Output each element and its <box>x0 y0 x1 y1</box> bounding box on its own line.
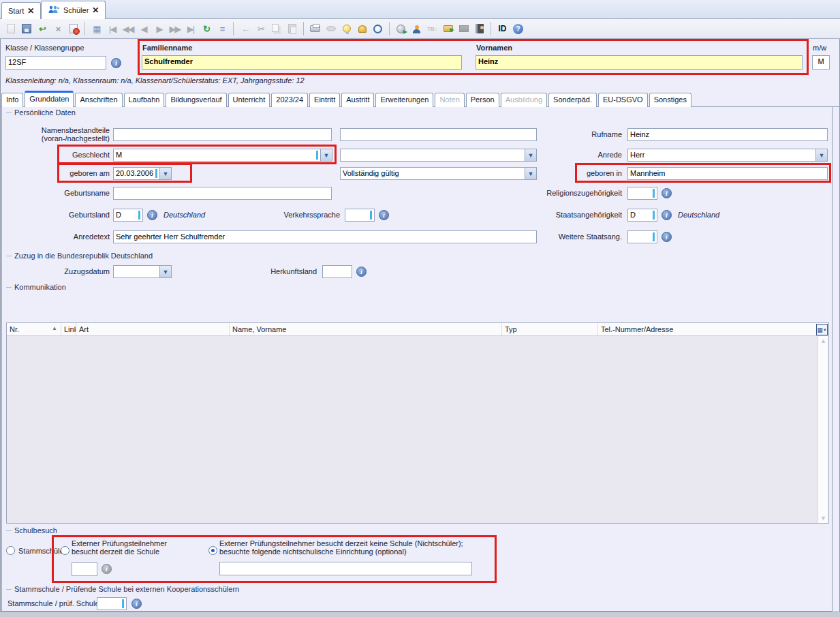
column-header-typ[interactable]: Typ <box>502 323 598 335</box>
info-icon[interactable]: i <box>662 188 672 198</box>
tab-grunddaten[interactable]: Grunddaten <box>25 91 74 107</box>
last-record-icon: ▶| <box>183 21 198 37</box>
staatsangehoerigkeit-field[interactable]: D <box>627 209 657 222</box>
geburtsname-field[interactable] <box>113 187 332 200</box>
folder-export-icon[interactable] <box>440 21 456 37</box>
chevron-down-icon[interactable]: ▼ <box>159 168 171 179</box>
refresh-icon[interactable]: ↻ <box>198 21 214 37</box>
familienname-value: Schulfremder <box>144 57 193 65</box>
undo-icon[interactable]: ↩ <box>34 21 50 37</box>
geburtsname-label: Geburtsname <box>27 189 110 197</box>
tab-sonderpäd-[interactable]: Sonderpäd. <box>548 93 597 107</box>
print-icon[interactable] <box>307 21 323 37</box>
first-record-icon: |◀ <box>104 21 120 37</box>
tab-sonstiges[interactable]: Sonstiges <box>649 93 691 107</box>
radio-nichtschueler-label: Externer Prüfungsteilnehmer besucht derz… <box>219 539 463 556</box>
tab-austritt[interactable]: Austritt <box>341 93 374 107</box>
table-config-button[interactable]: ▦▼ <box>816 324 828 335</box>
first-record-icon-glyph: |◀ <box>109 25 115 33</box>
chevron-down-icon[interactable]: ▼ <box>815 149 827 161</box>
record-list-icon[interactable]: ≡ <box>214 21 230 37</box>
doc-tab-schueler[interactable]: Schüler ✕ <box>41 1 106 19</box>
info-icon[interactable]: i <box>131 599 142 609</box>
stammschule-field[interactable] <box>97 597 127 610</box>
notification-bell-icon[interactable] <box>354 21 370 37</box>
radio-extern-besucht-schule[interactable] <box>61 546 69 555</box>
radio-stammschueler[interactable] <box>6 546 15 555</box>
extern-schule-field[interactable] <box>72 562 97 576</box>
column-header-link[interactable]: Link <box>61 323 76 335</box>
group-title: Persönliche Daten <box>14 108 76 117</box>
tab-eintritt[interactable]: Eintritt <box>309 93 340 107</box>
radio-nichtschueler[interactable] <box>208 546 217 555</box>
column-label: Link <box>64 325 76 335</box>
gueltigkeit-combobox[interactable]: Vollständig gültig ▼ <box>340 167 537 180</box>
verkehrssprache-field[interactable] <box>345 209 375 222</box>
geschlecht-combobox[interactable]: M ▼ <box>113 149 332 162</box>
chevron-down-icon[interactable]: ▼ <box>525 168 536 179</box>
geschlecht-zusatz-combobox[interactable]: ▼ <box>340 149 537 162</box>
tab-person[interactable]: Person <box>466 93 499 107</box>
chevron-down-icon[interactable]: ▼ <box>159 266 171 277</box>
geburtsland-field[interactable]: D <box>113 209 143 222</box>
hint-icon-glyph <box>343 25 351 33</box>
tab-ausbildung: Ausbildung <box>501 93 547 107</box>
table-scrollbar[interactable]: ▲ ▼ <box>818 336 828 523</box>
tab-info[interactable]: Info <box>1 93 23 107</box>
hint-icon[interactable] <box>339 21 354 37</box>
info-icon[interactable]: i <box>379 210 389 220</box>
tab-eu-dsgvo[interactable]: EU-DSGVO <box>598 93 648 107</box>
id-button[interactable]: ID <box>495 21 510 37</box>
familienname-field[interactable]: Schulfremder <box>142 55 462 70</box>
tab-laufbahn[interactable]: Laufbahn <box>124 93 165 107</box>
close-icon[interactable]: ✕ <box>92 7 99 14</box>
reminder-clock-icon[interactable] <box>370 21 386 37</box>
close-icon[interactable]: ✕ <box>27 7 34 14</box>
geboren-in-field[interactable]: Mannheim <box>627 167 828 180</box>
doc-tab-start[interactable]: Start ✕ <box>1 2 41 19</box>
column-header-nr-[interactable]: Nr.▲ <box>7 323 61 335</box>
religion-field[interactable] <box>627 187 657 200</box>
discard-changes-icon[interactable] <box>65 21 81 37</box>
anrede-combobox[interactable]: Herr ▼ <box>627 149 828 162</box>
zuzugsdatum-datefield[interactable]: ▼ <box>113 265 172 278</box>
info-icon[interactable]: i <box>662 232 672 242</box>
klasse-field[interactable]: 12SF <box>5 56 106 70</box>
export-icon[interactable] <box>393 21 409 37</box>
info-icon[interactable]: i <box>147 210 157 220</box>
column-header-tel-nummer-adresse[interactable]: Tel.-Nummer/Adresse <box>598 323 828 335</box>
edit-record-icon[interactable]: ▦ <box>89 21 104 37</box>
scroll-down-icon[interactable]: ▼ <box>818 515 828 522</box>
tab-2023-24[interactable]: 2023/24 <box>271 93 308 107</box>
info-icon[interactable]: i <box>111 58 121 68</box>
chevron-down-icon[interactable]: ▼ <box>525 149 536 161</box>
scroll-up-icon[interactable]: ▲ <box>818 337 828 344</box>
paste-icon-glyph <box>288 24 296 33</box>
rufname-field[interactable]: Heinz <box>627 128 828 141</box>
tab-bildungsverlauf[interactable]: Bildungsverlauf <box>166 93 226 107</box>
info-icon[interactable]: i <box>662 210 672 220</box>
vornamen-field[interactable]: Heinz <box>476 55 803 70</box>
tab-unterricht[interactable]: Unterricht <box>228 93 270 107</box>
tab-erweiterungen[interactable]: Erweiterungen <box>375 93 433 107</box>
info-icon[interactable]: i <box>356 267 367 277</box>
column-header-art[interactable]: Art <box>76 323 230 335</box>
namensbestandteile-1-field[interactable] <box>113 128 332 141</box>
mw-field[interactable]: M <box>812 55 830 70</box>
namensbestandteile-2-field[interactable] <box>340 128 537 141</box>
student-transfer-icon[interactable] <box>409 21 424 37</box>
geboren-am-datefield[interactable]: 20.03.2006 ▼ <box>113 167 172 180</box>
nichtschulische-einrichtung-field[interactable] <box>219 562 472 575</box>
herkunftsland-field[interactable] <box>322 265 352 278</box>
anredetext-field[interactable]: Sehr geehrter Herr Schulfremder <box>113 230 537 243</box>
weitere-staatsang-field[interactable] <box>627 230 657 243</box>
main-toolbar: ↩×▦|◀◀◀◀▶▶▶▶|↻≡←✂TB↓ID? <box>0 19 840 39</box>
anrede-label: Anrede <box>547 151 622 159</box>
student-register-icon[interactable] <box>471 21 487 37</box>
save-icon[interactable] <box>18 21 34 37</box>
chevron-down-icon[interactable]: ▼ <box>320 149 332 161</box>
help-icon[interactable]: ? <box>510 21 526 37</box>
column-header-name-vorname[interactable]: Name, Vorname <box>230 323 502 335</box>
tab-anschriften[interactable]: Anschriften <box>75 93 122 107</box>
copy-icon-glyph <box>272 24 279 32</box>
